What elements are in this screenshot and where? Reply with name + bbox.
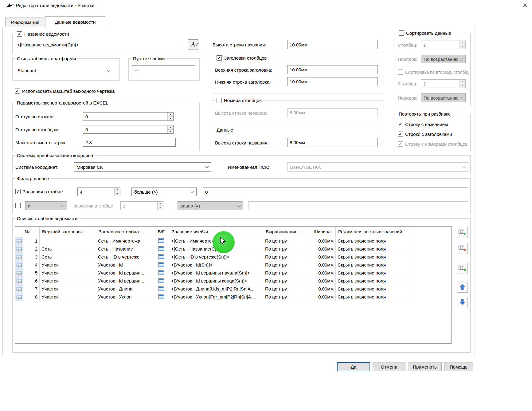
cell-value: <[Участок - Id вершины конца(Sn)]> (169, 277, 263, 285)
col-indent-label: Отступ по столбцам: (15, 127, 60, 132)
use-output-scale-checkbox[interactable] (15, 89, 20, 94)
table-row[interactable]: 3 Сеть Сеть - ID в чертеже <[Сеть - ID в… (15, 253, 414, 261)
table-row[interactable]: 7 Участок Участок - Длина <[Участок - Дл… (15, 285, 414, 293)
header-orientation[interactable]: В/Г (153, 227, 169, 237)
header-width[interactable]: Ширина (311, 227, 336, 237)
spin-down-icon[interactable] (168, 129, 173, 134)
font-button[interactable]: A (188, 39, 198, 49)
top-header-row-input[interactable]: 10.00мм (287, 65, 378, 74)
help-button[interactable]: Помощь (444, 362, 473, 371)
header-alignment[interactable]: Выравнивание (263, 227, 311, 237)
row-handle-icon[interactable] (15, 237, 23, 245)
row-height-scale-input[interactable]: 2.8 (83, 138, 176, 147)
move-up-button[interactable] (457, 282, 468, 293)
spin-down-icon[interactable] (168, 117, 173, 121)
empty-cells-input[interactable]: --- (132, 65, 195, 74)
group-report-name-legend: Название ведомости (15, 31, 71, 37)
filter2-and-select: и (25, 201, 67, 210)
cell-unknown-mode: Скрыть значение поля (336, 245, 414, 253)
tab-report-data[interactable]: Данные ведомости (45, 16, 105, 27)
coord-system-select[interactable]: Мировая СК (74, 162, 211, 172)
platform-style-select[interactable]: Standard (15, 66, 113, 75)
orientation-icon[interactable] (158, 246, 164, 251)
cell-orientation (153, 237, 169, 245)
filter1-operator-select[interactable]: больше (>) (131, 188, 197, 196)
sort-data-checkbox[interactable] (399, 30, 404, 36)
repeat-name-row: Строку с названием (398, 122, 448, 127)
header-column-header[interactable]: Заголовок столбца (96, 227, 153, 237)
close-icon[interactable]: × (518, 0, 532, 10)
font-icon: A (191, 41, 195, 48)
row-handle-icon[interactable] (15, 293, 23, 301)
cell-column-header: Сеть - Имя чертежа (96, 237, 153, 245)
row-handle-icon[interactable] (15, 261, 23, 269)
cancel-button[interactable]: Отмена (373, 362, 405, 371)
column-numbers-checkbox[interactable] (217, 98, 222, 103)
data-filter-label: Фильтр данных (17, 176, 50, 181)
cell-unknown-mode: Скрыть значение поля (336, 285, 414, 293)
row-handle-icon[interactable] (15, 285, 23, 293)
repeat-headers-label: Строки с заголовками (405, 132, 452, 137)
spin-up-icon[interactable] (168, 113, 173, 117)
spinner-buttons[interactable] (114, 188, 120, 196)
group-repeat-on-split-legend: Повторять при разбивке (397, 111, 452, 117)
filter1-value-input[interactable]: 0 (203, 188, 468, 196)
spin-up-icon[interactable] (168, 125, 173, 129)
empty-cells-label: Пустые ячейки (133, 56, 165, 61)
check-columns-button[interactable] (457, 263, 468, 274)
cell-column-header: Участок - Длина (96, 285, 153, 293)
row-handle-icon[interactable] (15, 277, 23, 285)
spin-down-icon[interactable] (115, 192, 120, 196)
repeat-name-checkbox[interactable] (398, 122, 403, 127)
header-top-header[interactable]: Верхний заголовок (40, 227, 96, 237)
filter1-column-spinner[interactable]: 4 (77, 188, 120, 196)
row-indent-spinner[interactable]: 0 (83, 112, 174, 121)
table-row[interactable]: 4 Участок Участок - Id <[Участок - Id(Sn… (15, 261, 414, 269)
filter1-checkbox[interactable] (15, 189, 21, 194)
spin-up-icon[interactable] (115, 188, 120, 192)
delete-column-button[interactable] (457, 243, 468, 254)
spinner-buttons[interactable] (167, 113, 173, 121)
spinner-buttons (460, 80, 465, 88)
chevron-down-icon (460, 57, 463, 60)
row-handle-icon[interactable] (15, 245, 23, 253)
cell-width: 0.00мм (311, 237, 336, 245)
data-row-height-input[interactable]: 8.00мм (287, 138, 378, 147)
report-name-input[interactable]: <[Название ведомости(Ср)]> (15, 40, 184, 49)
orientation-icon[interactable] (158, 286, 164, 291)
group-data-filter-legend: Фильтр данных (15, 175, 51, 181)
row-number: 5 (23, 270, 39, 275)
col-indent-spinner[interactable]: 0 (83, 125, 174, 134)
header-unknown-mode[interactable]: Режим неизвестных значений (336, 227, 414, 237)
name-row-height-input[interactable]: 10.00мм (287, 40, 378, 49)
move-down-button[interactable] (457, 297, 468, 308)
row-handle-icon[interactable] (15, 253, 23, 261)
orientation-icon[interactable] (158, 294, 164, 299)
tab-information[interactable]: Информация (5, 18, 45, 27)
header-number[interactable]: № (15, 227, 40, 237)
table-row[interactable]: 8 Участок Участок - Уклон <[Участок - Ук… (15, 293, 414, 301)
report-name-checkbox[interactable] (17, 31, 22, 37)
filter1-row: Значения в стобце (15, 189, 63, 194)
group-column-numbers-legend: Номера столбцов (215, 97, 263, 103)
repeat-headers-checkbox[interactable] (398, 132, 403, 137)
orientation-icon[interactable] (158, 262, 164, 267)
cell-orientation (153, 269, 169, 277)
ok-button[interactable]: Да (337, 362, 370, 371)
row-handle-icon[interactable] (15, 269, 23, 277)
orientation-icon[interactable] (158, 254, 164, 259)
orientation-icon[interactable] (158, 270, 164, 275)
orientation-icon[interactable] (158, 238, 164, 243)
filter2-checkbox[interactable] (15, 203, 21, 208)
row-indent-value: 0 (85, 114, 88, 119)
spinner-buttons[interactable] (167, 125, 173, 133)
column-headers-checkbox[interactable] (217, 55, 222, 61)
add-column-button[interactable] (457, 227, 468, 238)
table-row[interactable]: 6 Участок Участок - Id вершин... <[Участ… (15, 277, 414, 285)
bottom-header-row-input[interactable]: 10.00мм (287, 77, 378, 86)
orientation-icon[interactable] (158, 278, 164, 283)
apply-button[interactable]: Применить (408, 362, 442, 371)
cell-width: 0.00мм (311, 261, 336, 269)
row-number: 6 (23, 278, 39, 283)
table-row[interactable]: 5 Участок Участок - Id вершин... <[Участ… (15, 269, 414, 277)
